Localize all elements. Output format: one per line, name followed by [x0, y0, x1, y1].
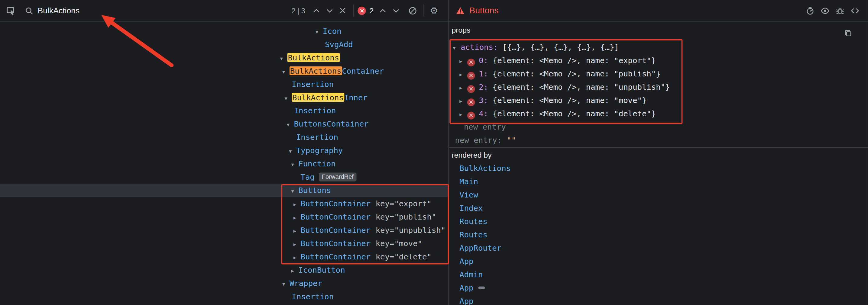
new-entry-label[interactable]: new entry [464, 122, 506, 131]
chevron-right-icon[interactable]: ▸ [293, 198, 301, 211]
chevron-down-icon[interactable]: ▾ [291, 185, 298, 198]
prop-name[interactable]: actions: [461, 42, 498, 51]
chevron-down-icon[interactable]: ▾ [315, 25, 323, 39]
tree-row[interactable]: ▾Icon [0, 25, 448, 38]
props-row[interactable]: ▸×3:{element: <Memo />, name: "move"} [449, 94, 868, 107]
chevron-down-icon[interactable]: ▾ [282, 277, 289, 291]
delete-entry-button[interactable]: × [467, 98, 475, 106]
chevron-right-icon[interactable]: ▸ [459, 95, 467, 108]
chevron-down-icon[interactable]: ▾ [287, 118, 294, 132]
tree-row[interactable]: ▸ButtonContainerkey="publish" [0, 210, 448, 224]
circle-slash-button[interactable] [406, 4, 419, 17]
clear-search-button[interactable] [336, 4, 350, 17]
chevron-right-icon[interactable]: ▸ [293, 225, 301, 238]
owner-item[interactable]: AppRouter [449, 241, 868, 255]
prop-name[interactable]: 4: [479, 109, 488, 118]
prev-match-button[interactable] [310, 4, 323, 17]
chevron-right-icon[interactable]: ▸ [459, 55, 467, 68]
owner-item[interactable]: Routes [449, 215, 868, 228]
delete-entry-button[interactable]: × [467, 112, 475, 120]
prop-name[interactable]: 0: [479, 56, 488, 65]
prop-name[interactable]: 2: [479, 82, 488, 91]
tree-row[interactable]: ▸ButtonContainerkey="export" [0, 197, 448, 210]
props-row[interactable]: ▸×4:{element: <Memo />, name: "delete"} [449, 107, 868, 120]
tree-row[interactable]: Insertion [0, 77, 448, 91]
props-row-actions[interactable]: ▾actions:[{…}, {…}, {…}, {…}, {…}] [449, 40, 868, 54]
chevron-right-icon[interactable]: ▸ [291, 265, 298, 278]
chevron-right-icon[interactable]: ▸ [293, 211, 301, 225]
prop-name[interactable]: 3: [479, 96, 488, 104]
chevron-down-icon[interactable]: ▾ [280, 52, 287, 65]
tree-row[interactable]: ▾Function [0, 157, 448, 170]
prev-error-button[interactable] [376, 4, 389, 17]
tree-row[interactable]: ▸ButtonContainerkey="move" [0, 237, 448, 250]
tree-row[interactable]: ▾BulkActionsContainer [0, 64, 448, 77]
tree-row[interactable]: ▾BulkActionsInner [0, 91, 448, 104]
component-name: Wrapper [289, 279, 322, 287]
owner-name: AppRouter [459, 241, 501, 255]
copy-icon [843, 29, 852, 37]
owner-item[interactable]: Admin [449, 268, 868, 281]
component-name: Icon [323, 27, 342, 35]
owner-item[interactable]: App [449, 255, 868, 268]
suspense-stopwatch-button[interactable] [803, 4, 817, 17]
tree-row[interactable]: ▾Wrapper [0, 277, 448, 290]
tree-row[interactable]: Insertion [0, 104, 448, 117]
owner-name: Routes [459, 228, 488, 241]
delete-entry-button[interactable]: × [467, 85, 475, 93]
tree-row[interactable]: ▾ButtonsContainer [0, 117, 448, 131]
new-entry-value-input[interactable]: "" [506, 136, 516, 144]
chevron-down-icon[interactable]: ▾ [282, 65, 289, 78]
owner-item[interactable]: Index [449, 201, 868, 215]
view-source-button[interactable] [848, 4, 861, 17]
chevron-right-icon[interactable]: ▸ [459, 81, 467, 95]
tree-row[interactable]: ▸ButtonContainerkey="delete" [0, 250, 448, 263]
chevron-down-icon[interactable]: ▾ [453, 41, 461, 55]
next-error-button[interactable] [389, 4, 403, 17]
new-entry-row[interactable]: new entry [449, 120, 868, 133]
tree-row[interactable]: ▾Typography [0, 144, 448, 157]
chevron-down-icon[interactable]: ▾ [291, 158, 298, 172]
inspect-dom-button[interactable] [818, 4, 831, 17]
owner-item[interactable]: App [449, 294, 868, 305]
chevron-down-icon[interactable]: ▾ [289, 145, 296, 158]
search-match-highlight: BulkActions [289, 66, 342, 75]
delete-entry-button[interactable]: × [467, 59, 475, 66]
chevron-down-icon[interactable]: ▾ [284, 92, 292, 105]
owner-item[interactable]: App [449, 281, 868, 294]
tree-row[interactable]: ▸ButtonContainerkey="unpublish" [0, 224, 448, 237]
new-entry-row[interactable]: new entry:"" [449, 133, 868, 146]
tree-row[interactable]: ▾Buttons [0, 183, 448, 197]
chevron-right-icon[interactable]: ▸ [293, 238, 301, 251]
tree-row[interactable]: SvgAdd [0, 38, 448, 51]
tree-row[interactable]: TagForwardRef [0, 170, 448, 183]
chevron-right-icon[interactable]: ▸ [459, 68, 467, 81]
tree-row[interactable]: Insertion [0, 131, 448, 144]
props-row[interactable]: ▸×2:{element: <Memo />, name: "unpublish… [449, 80, 868, 94]
props-row[interactable]: ▸×1:{element: <Memo />, name: "publish"} [449, 67, 868, 80]
component-name: Buttons [298, 186, 331, 195]
owner-item[interactable]: BulkActions [449, 162, 868, 175]
inspect-element-icon [6, 5, 16, 15]
inspect-element-button[interactable] [4, 4, 18, 17]
owner-item[interactable]: View [449, 188, 868, 201]
owner-item[interactable]: Routes [449, 228, 868, 241]
owner-item[interactable]: Main [449, 175, 868, 188]
settings-button[interactable]: ⚙ [427, 4, 441, 17]
next-match-button[interactable] [323, 4, 336, 17]
prop-name[interactable]: 1: [479, 69, 488, 78]
new-entry-label[interactable]: new entry: [455, 136, 502, 144]
props-row[interactable]: ▸×0:{element: <Memo />, name: "export"} [449, 54, 868, 67]
component-name: Insertion [292, 292, 334, 301]
tree-row[interactable]: ▾BulkActions [0, 51, 448, 64]
search-input[interactable] [38, 6, 289, 15]
close-icon [339, 6, 347, 15]
chevron-right-icon[interactable]: ▸ [293, 251, 301, 265]
error-warning-icon [456, 6, 465, 15]
delete-entry-button[interactable]: × [467, 72, 475, 80]
copy-props-button[interactable] [841, 27, 855, 40]
chevron-right-icon[interactable]: ▸ [459, 108, 467, 121]
tree-row[interactable]: ▸IconButton [0, 263, 448, 277]
log-component-data-button[interactable] [833, 4, 846, 17]
tree-row[interactable]: Insertion [0, 290, 448, 303]
